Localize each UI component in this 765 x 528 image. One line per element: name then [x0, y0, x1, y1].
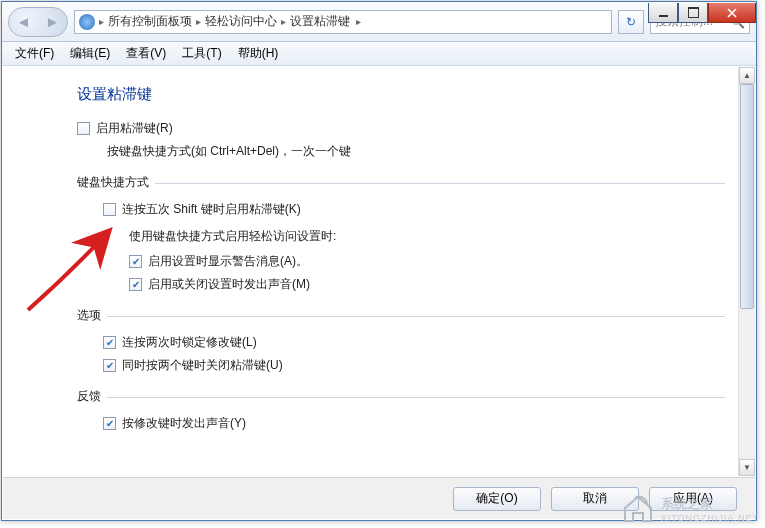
checkbox-lock-modifier[interactable] [103, 336, 116, 349]
menu-help[interactable]: 帮助(H) [231, 43, 286, 64]
checkbox-enable-sticky[interactable] [77, 122, 90, 135]
chevron-right-icon: ▸ [196, 16, 201, 27]
cancel-button[interactable]: 取消 [551, 487, 639, 511]
crumb-sticky-keys[interactable]: 设置粘滞键 [290, 13, 350, 30]
label-two-keys-off: 同时按两个键时关闭粘滞键(U) [122, 357, 283, 374]
scroll-down-button[interactable]: ▼ [739, 459, 755, 476]
label-play-sound-toggle: 启用或关闭设置时发出声音(M) [148, 276, 310, 293]
refresh-icon: ↻ [626, 15, 636, 29]
scroll-up-button[interactable]: ▲ [739, 67, 755, 84]
menu-file[interactable]: 文件(F) [8, 43, 61, 64]
group-options: 选项 [77, 307, 725, 324]
window-maximize-button[interactable] [678, 3, 708, 23]
scroll-thumb[interactable] [740, 84, 754, 309]
label-enable-sticky: 启用粘滞键(R) [96, 120, 173, 137]
refresh-button[interactable]: ↻ [618, 10, 644, 34]
scroll-track[interactable] [739, 84, 755, 459]
window-minimize-button[interactable] [648, 3, 678, 23]
dialog-button-row: 确定(O) 取消 应用(A) [3, 477, 755, 519]
chevron-right-icon: ▸ [281, 16, 286, 27]
forward-icon: ► [45, 13, 60, 30]
label-shift-five-times: 连按五次 Shift 键时启用粘滞键(K) [122, 201, 301, 218]
apply-button[interactable]: 应用(A) [649, 487, 737, 511]
checkbox-two-keys-off[interactable] [103, 359, 116, 372]
window-close-button[interactable] [708, 3, 756, 23]
vertical-scrollbar[interactable]: ▲ ▼ [738, 67, 755, 476]
menu-tools[interactable]: 工具(T) [175, 43, 228, 64]
label-modifier-sound: 按修改键时发出声音(Y) [122, 415, 246, 432]
checkbox-shift-five-times[interactable] [103, 203, 116, 216]
label-show-warning: 启用设置时显示警告消息(A)。 [148, 253, 308, 270]
checkbox-modifier-sound[interactable] [103, 417, 116, 430]
ok-button[interactable]: 确定(O) [453, 487, 541, 511]
checkbox-show-warning[interactable] [129, 255, 142, 268]
checkbox-play-sound-toggle[interactable] [129, 278, 142, 291]
address-bar[interactable]: ▸ 所有控制面板项 ▸ 轻松访问中心 ▸ 设置粘滞键 ▸ [74, 10, 612, 34]
page-title: 设置粘滞键 [77, 85, 725, 104]
sub-intro-text: 使用键盘快捷方式启用轻松访问设置时: [129, 228, 725, 245]
crumb-ease-of-access[interactable]: 轻松访问中心 [205, 13, 277, 30]
group-keyboard-shortcut: 键盘快捷方式 [77, 174, 725, 191]
menu-view[interactable]: 查看(V) [119, 43, 173, 64]
nav-row: ◄ ► ▸ 所有控制面板项 ▸ 轻松访问中心 ▸ 设置粘滞键 ▸ ↻ 搜索控制.… [2, 2, 756, 42]
group-feedback: 反馈 [77, 388, 725, 405]
menu-bar: 文件(F) 编辑(E) 查看(V) 工具(T) 帮助(H) [2, 42, 756, 66]
help-text-shortcut: 按键盘快捷方式(如 Ctrl+Alt+Del)，一次一个键 [107, 143, 725, 160]
chevron-right-icon: ▸ [356, 16, 361, 27]
chevron-right-icon: ▸ [99, 16, 104, 27]
back-icon: ◄ [16, 13, 31, 30]
menu-edit[interactable]: 编辑(E) [63, 43, 117, 64]
control-panel-icon [79, 14, 95, 30]
label-lock-modifier: 连按两次时锁定修改键(L) [122, 334, 257, 351]
crumb-all-cp[interactable]: 所有控制面板项 [108, 13, 192, 30]
nav-back-forward[interactable]: ◄ ► [8, 7, 68, 37]
content-pane: 设置粘滞键 启用粘滞键(R) 按键盘快捷方式(如 Ctrl+Alt+Del)，一… [3, 67, 755, 476]
